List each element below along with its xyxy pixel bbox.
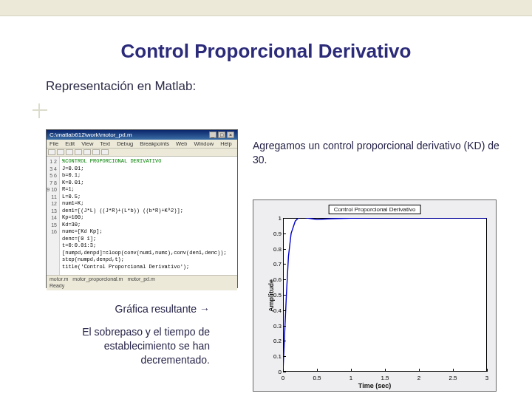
menu-item[interactable]: Edit bbox=[65, 140, 75, 147]
menu-item[interactable]: Web bbox=[176, 140, 187, 147]
plot-area bbox=[283, 218, 487, 372]
editor-path: C:\matlab612\work\motor_pd.m bbox=[50, 132, 132, 138]
editor-body: 1 2 3 4 5 6 7 8 9 10 11 12 13 14 15 16 %… bbox=[47, 157, 237, 275]
y-tick: 0.6 bbox=[268, 276, 282, 283]
y-tick: 0.7 bbox=[268, 261, 282, 267]
y-tick: 0.2 bbox=[268, 338, 282, 344]
y-tick: 0.4 bbox=[268, 307, 282, 313]
editor-titlebar: C:\matlab612\work\motor_pd.m _ □ × bbox=[47, 130, 237, 140]
toolbar-icon[interactable] bbox=[83, 149, 91, 155]
crosshair-icon bbox=[33, 103, 46, 117]
tab[interactable]: motor.m bbox=[50, 276, 68, 282]
editor-menubar[interactable]: File Edit View Text Debug Breakpoints We… bbox=[47, 140, 237, 149]
code-area[interactable]: %CONTROL PROPORCIONAL DERIVATIVO J=0.01;… bbox=[60, 157, 237, 275]
tab[interactable]: motor_proporcional.m bbox=[72, 276, 123, 282]
maximize-icon[interactable]: □ bbox=[218, 132, 225, 138]
menu-item[interactable]: Window bbox=[194, 140, 214, 147]
subheading: Representación en Matlab: bbox=[46, 79, 532, 94]
result-label: Gráfica resultante → bbox=[74, 303, 210, 315]
x-tick: 2 bbox=[417, 375, 420, 381]
toolbar-icon[interactable] bbox=[57, 149, 64, 155]
x-axis-label: Time (sec) bbox=[253, 382, 496, 389]
minimize-icon[interactable]: _ bbox=[209, 132, 216, 138]
x-tick: 3 bbox=[485, 375, 488, 381]
result-text: El sobrepaso y el tiempo de establecimie… bbox=[53, 325, 210, 367]
editor-tabs: motor.m motor_proporcional.m motor_pd.m bbox=[47, 275, 237, 283]
y-tick: 0.8 bbox=[268, 245, 282, 252]
y-tick: 0.1 bbox=[268, 353, 282, 360]
tab[interactable]: motor_pd.m bbox=[127, 276, 154, 282]
slide-top-bar bbox=[0, 0, 532, 16]
menu-item[interactable]: Help bbox=[220, 140, 231, 147]
x-tick: 1 bbox=[349, 375, 352, 381]
y-tick: 0 bbox=[268, 369, 282, 375]
toolbar-icon[interactable] bbox=[75, 149, 82, 155]
menu-item[interactable]: Text bbox=[100, 140, 110, 147]
editor-status: Ready bbox=[47, 283, 237, 290]
menu-item[interactable]: View bbox=[81, 140, 93, 147]
matlab-editor-window: C:\matlab612\work\motor_pd.m _ □ × File … bbox=[46, 129, 238, 288]
y-tick: 0.3 bbox=[268, 322, 282, 329]
editor-toolbar bbox=[47, 149, 237, 157]
toolbar-icon[interactable] bbox=[101, 149, 109, 155]
menu-item[interactable]: File bbox=[50, 140, 58, 147]
close-icon[interactable]: × bbox=[227, 132, 234, 138]
y-tick: 0.5 bbox=[268, 292, 282, 299]
description-text: Agregamos un control proporcional deriva… bbox=[253, 139, 504, 167]
x-tick: 0 bbox=[282, 375, 284, 381]
menu-item[interactable]: Breakpoints bbox=[140, 140, 169, 147]
x-tick: 2.5 bbox=[449, 375, 457, 381]
line-gutter: 1 2 3 4 5 6 7 8 9 10 11 12 13 14 15 16 bbox=[47, 157, 60, 275]
menu-item[interactable]: Debug bbox=[117, 140, 133, 147]
toolbar-icon[interactable] bbox=[92, 149, 100, 155]
page-title: Control Proporcional Derivativo bbox=[0, 40, 532, 63]
step-response-plot: Control Proporcional Derivativo Amplitud… bbox=[253, 200, 497, 392]
x-tick: 1.5 bbox=[381, 375, 389, 381]
y-tick: 0.9 bbox=[268, 230, 282, 236]
y-tick: 1 bbox=[268, 215, 282, 222]
x-tick: 0.5 bbox=[313, 375, 321, 381]
toolbar-icon[interactable] bbox=[66, 149, 73, 155]
plot-title: Control Proporcional Derivativo bbox=[329, 205, 421, 214]
toolbar-icon[interactable] bbox=[48, 149, 55, 155]
